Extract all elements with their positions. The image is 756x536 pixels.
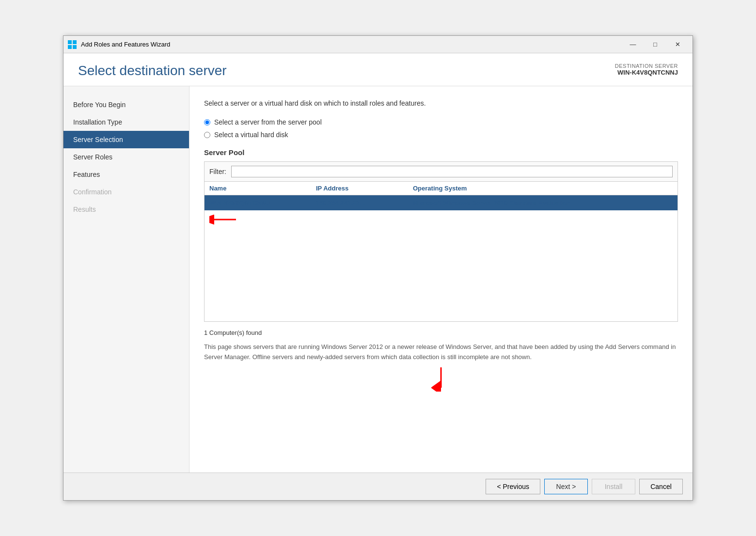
table-header: Name IP Address Operating System xyxy=(205,182,677,195)
col-header-ip[interactable]: IP Address xyxy=(316,185,413,192)
radio-server-pool[interactable]: Select a server from the server pool xyxy=(204,118,678,126)
sidebar-item-before-you-begin[interactable]: Before You Begin xyxy=(63,96,189,113)
filter-input[interactable] xyxy=(231,166,673,177)
svg-rect-0 xyxy=(68,40,72,44)
sidebar-item-results: Results xyxy=(63,201,189,218)
main-content: Select a server or a virtual hard disk o… xyxy=(189,86,693,473)
app-icon xyxy=(67,40,77,49)
computers-found-text: 1 Computer(s) found xyxy=(204,329,678,336)
table-row[interactable]: WIN-K4V8QNTCNNJ 169.254.241.22... Micros… xyxy=(205,195,677,210)
page-header: Select destination server DESTINATION SE… xyxy=(63,53,693,86)
maximize-button[interactable]: □ xyxy=(644,37,666,52)
col-header-name[interactable]: Name xyxy=(209,185,316,192)
window-controls: — □ ✕ xyxy=(622,37,689,52)
down-arrow-icon xyxy=(431,367,451,392)
destination-label: DESTINATION SERVER xyxy=(615,63,678,69)
close-button[interactable]: ✕ xyxy=(666,37,689,52)
radio-vhd[interactable]: Select a virtual hard disk xyxy=(204,131,678,139)
sidebar-item-installation-type[interactable]: Installation Type xyxy=(63,113,189,131)
destination-value: WIN-K4V8QNTCNNJ xyxy=(615,69,678,76)
footer: < Previous Next > Install Cancel xyxy=(63,473,693,500)
radio-server-pool-input[interactable] xyxy=(204,119,210,126)
server-os: Microsoft Windows Server 2019 Standard E… xyxy=(413,199,673,206)
sidebar-item-server-selection[interactable]: Server Selection xyxy=(63,131,189,148)
server-name: WIN-K4V8QNTCNNJ xyxy=(209,199,316,206)
sidebar-item-confirmation: Confirmation xyxy=(63,183,189,201)
server-pool-title: Server Pool xyxy=(204,148,678,157)
window-title: Add Roles and Features Wizard xyxy=(81,41,622,48)
sidebar-item-server-roles[interactable]: Server Roles xyxy=(63,148,189,166)
down-arrow-annotation xyxy=(204,367,678,392)
sidebar: Before You Begin Installation Type Serve… xyxy=(63,86,189,473)
server-pool-box: Filter: Name IP Address Operating System… xyxy=(204,161,678,322)
svg-rect-2 xyxy=(68,45,72,49)
col-header-os[interactable]: Operating System xyxy=(413,185,673,192)
page-title: Select destination server xyxy=(78,63,227,79)
red-arrow-icon xyxy=(209,212,238,227)
arrow-annotation-row xyxy=(205,210,677,229)
info-text: This page shows servers that are running… xyxy=(204,342,678,363)
radio-server-pool-label[interactable]: Select a server from the server pool xyxy=(214,118,322,126)
title-bar: Add Roles and Features Wizard — □ ✕ xyxy=(63,36,693,53)
radio-vhd-input[interactable] xyxy=(204,132,210,138)
destination-server-info: DESTINATION SERVER WIN-K4V8QNTCNNJ xyxy=(615,63,678,76)
radio-vhd-label[interactable]: Select a virtual hard disk xyxy=(214,131,288,139)
wizard-window: Add Roles and Features Wizard — □ ✕ Sele… xyxy=(63,35,693,501)
selection-type-group: Select a server from the server pool Sel… xyxy=(204,118,678,139)
description-text: Select a server or a virtual hard disk o… xyxy=(204,98,678,109)
cancel-button[interactable]: Cancel xyxy=(639,479,683,494)
content-area: Before You Begin Installation Type Serve… xyxy=(63,86,693,473)
install-button[interactable]: Install xyxy=(592,479,635,494)
next-button[interactable]: Next > xyxy=(544,479,588,494)
minimize-button[interactable]: — xyxy=(622,37,644,52)
sidebar-item-features[interactable]: Features xyxy=(63,166,189,183)
filter-label: Filter: xyxy=(209,168,226,175)
server-ip: 169.254.241.22... xyxy=(316,199,413,206)
filter-row: Filter: xyxy=(205,162,677,182)
svg-rect-3 xyxy=(73,45,77,49)
previous-button[interactable]: < Previous xyxy=(486,479,540,494)
table-body: WIN-K4V8QNTCNNJ 169.254.241.22... Micros… xyxy=(205,195,677,321)
svg-rect-1 xyxy=(73,40,77,44)
